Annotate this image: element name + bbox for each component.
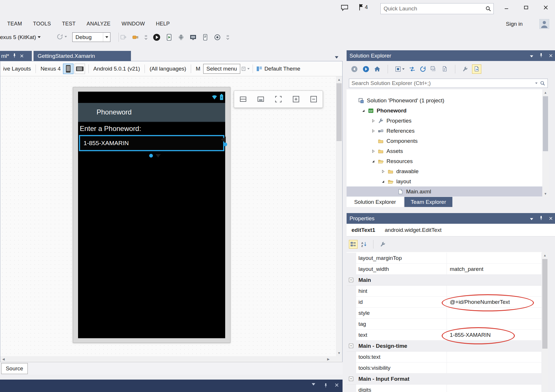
language-dropdown[interactable]: (All languages) (149, 66, 186, 72)
device-screen[interactable]: Phoneword Enter a Phoneword: 1-855-XAMAR… (78, 92, 225, 338)
close-window-button[interactable] (537, 0, 554, 15)
start-debug-icon[interactable] (153, 33, 161, 41)
theme-dropdown[interactable]: Default Theme (264, 66, 300, 72)
property-category-main-design-time[interactable]: −Main - Design-time (347, 341, 542, 352)
source-tab[interactable]: Source (1, 363, 28, 374)
pin-icon[interactable] (324, 383, 328, 388)
chevron-down-icon[interactable] (103, 33, 110, 42)
property-name[interactable]: tools:visibility (356, 363, 447, 373)
device-dropdown[interactable]: Nexus 4 (40, 66, 61, 72)
panel-chevron-icon[interactable] (312, 383, 315, 386)
landscape-orientation-button[interactable] (75, 64, 85, 74)
menu-item-window[interactable]: WINDOW (116, 18, 150, 30)
property-name[interactable]: style (356, 308, 447, 319)
scope-icon[interactable] (395, 66, 405, 72)
refresh-device-list-icon[interactable] (57, 34, 67, 40)
window-position-chevron-icon[interactable] (530, 215, 533, 222)
pin-icon[interactable] (539, 215, 543, 222)
property-value[interactable] (447, 253, 542, 264)
menu-item-tools[interactable]: TOOLS (27, 18, 56, 30)
property-value[interactable] (447, 363, 542, 373)
tree-item-assets[interactable]: Assets (347, 146, 542, 156)
selection-handle-bottom[interactable] (149, 154, 153, 158)
search-options-chevron-icon[interactable] (535, 82, 538, 84)
menu-item-test[interactable]: TEST (56, 18, 81, 30)
search-icon[interactable] (485, 6, 491, 12)
property-category-main-input-format[interactable]: −Main - Input Format (347, 373, 542, 384)
portrait-orientation-button[interactable] (63, 64, 73, 74)
property-name[interactable]: layout_marginTop (356, 253, 447, 264)
zoom-in-icon[interactable] (292, 95, 300, 103)
close-panel-icon[interactable] (335, 383, 339, 387)
properties-header[interactable]: Properties (347, 213, 555, 224)
tool-tab-team-explorer[interactable]: Team Explorer (404, 197, 452, 207)
notifications-flag-icon[interactable]: 4 (358, 3, 368, 11)
show-bounds-icon[interactable] (256, 95, 265, 103)
collapsed-expander-icon[interactable] (370, 149, 377, 153)
close-panel-icon[interactable] (549, 215, 553, 222)
pin-icon[interactable] (539, 53, 543, 59)
select-menu-dropdown[interactable]: Select menu (203, 64, 240, 74)
resize-arrow-bottom-icon[interactable] (156, 154, 161, 158)
scrollbar-thumb[interactable] (542, 259, 547, 349)
fit-to-window-icon[interactable] (274, 95, 283, 103)
show-frames-icon[interactable] (239, 95, 247, 103)
zoom-out-icon[interactable] (309, 95, 318, 103)
toolbar-overflow-icon[interactable] (144, 34, 148, 41)
show-all-files-icon[interactable] (441, 66, 448, 73)
property-name[interactable]: layout_width (356, 264, 447, 275)
scroll-up-icon[interactable]: ▲ (542, 89, 549, 96)
quick-launch-box[interactable] (380, 3, 494, 14)
feedback-icon[interactable] (341, 4, 349, 13)
tree-item-main-axml[interactable]: Main.axml (347, 186, 542, 197)
attach-icon[interactable] (132, 34, 139, 41)
properties-scrollbar[interactable]: ▲ (542, 252, 548, 392)
collapsed-expander-icon[interactable] (370, 129, 377, 133)
tree-item-drawable[interactable]: drawable (347, 166, 542, 176)
window-position-chevron-icon[interactable] (530, 53, 533, 59)
quick-launch-input[interactable] (381, 5, 485, 12)
property-value[interactable] (447, 352, 542, 363)
document-tab-gettingstarted[interactable]: GettingStarted.Xamarin (34, 51, 131, 61)
menu-options-icon[interactable] (241, 66, 250, 72)
property-value[interactable] (447, 319, 542, 330)
emulator-manager-icon[interactable] (214, 34, 221, 41)
scrollbar-thumb[interactable] (336, 83, 342, 141)
sync-with-active-document-icon[interactable] (409, 66, 416, 73)
tree-item-components[interactable]: Components (347, 136, 542, 146)
tool-tab-solution-explorer[interactable]: Solution Explorer (347, 197, 404, 207)
expanded-expander-icon[interactable] (370, 159, 377, 163)
property-name[interactable]: text (356, 330, 447, 341)
vertical-scrollbar[interactable]: ▲ ▼ (336, 76, 342, 356)
property-name[interactable]: digits (356, 384, 447, 392)
phone-number-edittext[interactable]: 1-855-XAMARIN (79, 135, 224, 151)
selection-handle-right[interactable] (223, 143, 227, 146)
tree-item-resources[interactable]: Resources (347, 156, 542, 166)
home-icon[interactable] (374, 66, 381, 73)
search-icon[interactable] (540, 81, 545, 86)
back-icon[interactable] (351, 65, 358, 73)
property-name[interactable]: hint (356, 286, 447, 297)
property-value[interactable] (447, 384, 542, 392)
screenshot-icon[interactable] (189, 34, 197, 41)
menu-item-analyze[interactable]: ANALYZE (81, 18, 116, 30)
collapse-all-icon[interactable] (430, 66, 437, 73)
tree-item-solution-phoneword-1-project[interactable]: Solution 'Phoneword' (1 project) (347, 95, 542, 106)
tree-scrollbar[interactable]: ▲ ▼ (542, 89, 549, 197)
collapse-category-icon[interactable]: − (349, 377, 353, 381)
collapsed-expander-icon[interactable] (370, 119, 377, 123)
preview-selected-items-toggle[interactable] (472, 64, 481, 74)
design-canvas[interactable]: Phoneword Enter a Phoneword: 1-855-XAMAR… (0, 76, 342, 356)
resize-arrow-right-icon[interactable] (221, 136, 226, 143)
scroll-down-icon[interactable]: ▼ (336, 350, 342, 356)
tree-item-references[interactable]: References (347, 126, 542, 136)
solution-search-box[interactable] (349, 79, 548, 88)
collapse-category-icon[interactable]: − (349, 278, 353, 282)
scrollbar-thumb[interactable] (543, 96, 548, 151)
property-value[interactable] (447, 308, 542, 319)
configuration-dropdown[interactable]: Debug (72, 32, 110, 42)
scroll-right-icon[interactable]: ▶ (325, 356, 332, 362)
android-version-dropdown[interactable]: Android 5.0.1 (v21) (93, 66, 140, 72)
device-run-icon[interactable] (165, 34, 173, 41)
property-name[interactable]: id (356, 297, 447, 308)
